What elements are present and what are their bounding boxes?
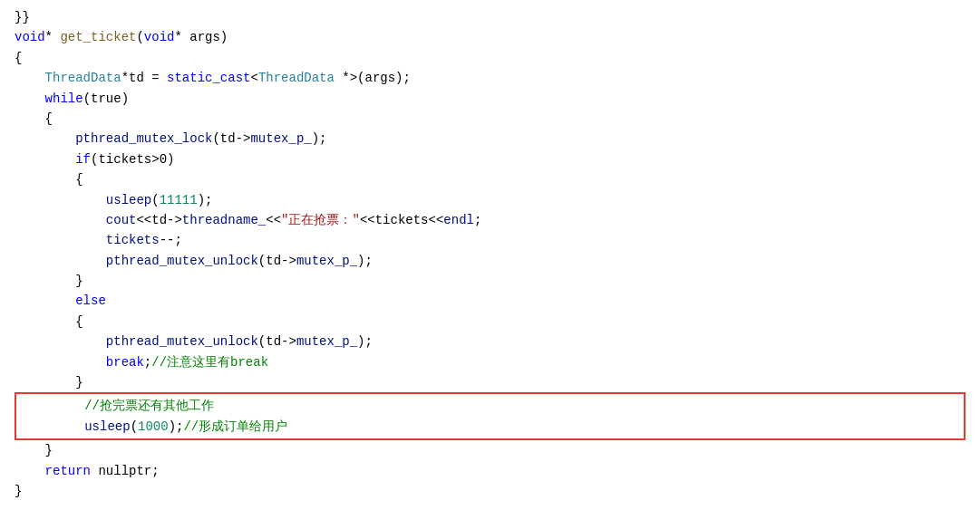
- code-line: if(tickets>0): [0, 149, 980, 169]
- highlighted-code-block: //抢完票还有其他工作 usleep(1000);//形成订单给用户: [15, 392, 965, 440]
- code-line: pthread_mutex_unlock(td->mutex_p_);: [0, 251, 980, 271]
- code-line: }: [0, 271, 980, 291]
- code-line: cout<<td->threadname_<<"正在抢票："<<tickets<…: [0, 210, 980, 230]
- code-line: }: [0, 372, 980, 392]
- code-line: break;//注意这里有break: [0, 352, 980, 372]
- highlighted-line: usleep(1000);//形成订单给用户: [20, 417, 960, 437]
- code-line: while(true): [0, 89, 980, 109]
- code-line: ThreadData*td = static_cast<ThreadData *…: [0, 68, 980, 88]
- code-line: pthread_mutex_unlock(td->mutex_p_);: [0, 332, 980, 351]
- code-line: return nullptr;: [0, 461, 980, 481]
- code-line: {: [0, 169, 980, 189]
- code-line: tickets--;: [0, 230, 980, 250]
- code-line: pthread_mutex_lock(td->mutex_p_);: [0, 129, 980, 149]
- code-line: }: [0, 481, 980, 501]
- code-viewer: }} void* get_ticket(void* args) { Thread…: [0, 0, 980, 510]
- code-line: {: [0, 48, 980, 68]
- code-line: else: [0, 291, 980, 311]
- code-line: }: [0, 440, 980, 460]
- code-line: ...: [0, 501, 980, 510]
- code-line: {: [0, 109, 980, 129]
- highlighted-line: //抢完票还有其他工作: [20, 396, 960, 416]
- code-line: usleep(11111);: [0, 190, 980, 210]
- code-line: void* get_ticket(void* args): [0, 27, 980, 47]
- code-line: {: [0, 312, 980, 332]
- code-line: }}: [0, 7, 980, 27]
